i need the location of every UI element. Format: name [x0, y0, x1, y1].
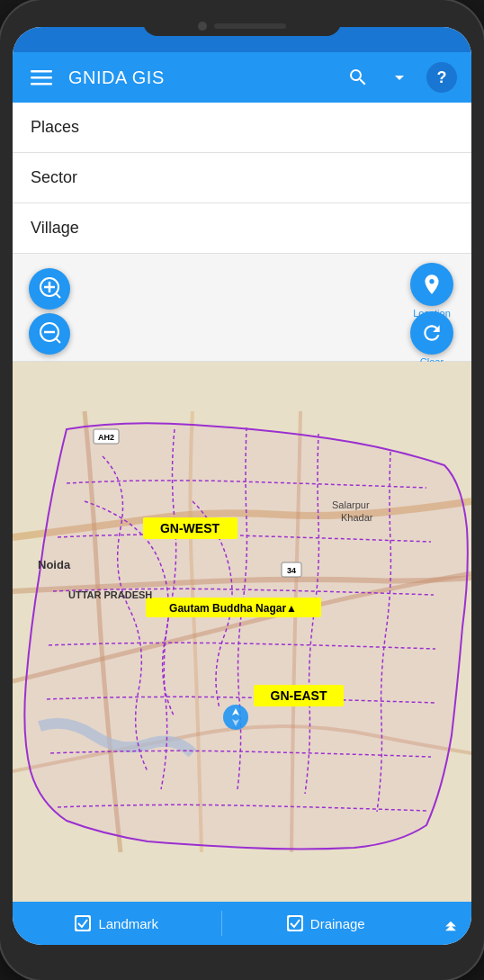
- svg-text:GN-WEST: GN-WEST: [160, 521, 220, 535]
- svg-text:34: 34: [287, 566, 296, 575]
- svg-text:Noida: Noida: [38, 558, 71, 571]
- bottom-bar: Landmark Drainage: [13, 902, 471, 945]
- drainage-checkbox: [287, 915, 303, 931]
- map-area[interactable]: GN-WEST GN-EAST Gautam Buddha Nagar▲ UTT…: [13, 362, 471, 902]
- places-label: Places: [31, 118, 79, 137]
- menu-item-places[interactable]: Places: [13, 103, 471, 153]
- village-label: Village: [31, 219, 79, 238]
- zoom-in-icon: [38, 275, 61, 302]
- help-label: ?: [437, 68, 447, 87]
- dropdown-icon[interactable]: [385, 63, 414, 92]
- drainage-label: Drainage: [310, 916, 365, 931]
- help-button[interactable]: ?: [426, 62, 457, 93]
- drainage-toggle[interactable]: Drainage: [222, 915, 431, 931]
- zoom-out-icon: [38, 320, 61, 347]
- svg-text:UTTAR PRADESH: UTTAR PRADESH: [68, 589, 152, 600]
- menu-item-village[interactable]: Village: [13, 203, 471, 254]
- svg-text:GN-EAST: GN-EAST: [271, 688, 327, 703]
- svg-text:Khadar: Khadar: [341, 512, 373, 523]
- phone-screen: GNIDA GIS ? Places Sector Village: [13, 27, 471, 945]
- app-title: GNIDA GIS: [68, 67, 331, 88]
- svg-line-9: [56, 338, 60, 343]
- camera: [198, 22, 207, 31]
- svg-text:Salarpur: Salarpur: [332, 499, 370, 510]
- landmark-toggle[interactable]: Landmark: [13, 915, 221, 931]
- scroll-up-button[interactable]: [430, 903, 471, 944]
- menu-item-sector[interactable]: Sector: [13, 153, 471, 203]
- clear-icon-btn: [410, 311, 453, 355]
- clear-button[interactable]: Clear: [408, 311, 455, 367]
- map-svg: GN-WEST GN-EAST Gautam Buddha Nagar▲ UTT…: [13, 362, 471, 902]
- speaker: [214, 23, 286, 29]
- location-button[interactable]: Location: [408, 263, 455, 319]
- svg-line-6: [56, 293, 60, 298]
- svg-rect-2: [31, 83, 52, 85]
- location-icon-btn: [410, 263, 453, 306]
- svg-text:Gautam Buddha Nagar▲: Gautam Buddha Nagar▲: [169, 602, 297, 615]
- svg-text:AH2: AH2: [98, 433, 114, 442]
- zoom-out-button[interactable]: [29, 313, 70, 355]
- landmark-label: Landmark: [98, 916, 158, 931]
- sector-label: Sector: [31, 168, 77, 187]
- menu-list: Places Sector Village: [13, 103, 471, 254]
- phone-device: GNIDA GIS ? Places Sector Village: [0, 0, 484, 980]
- svg-rect-0: [31, 70, 52, 73]
- landmark-checkbox: [75, 915, 91, 931]
- phone-notch: [143, 16, 341, 36]
- zoom-in-button[interactable]: [29, 268, 70, 310]
- app-bar: GNIDA GIS ?: [13, 52, 471, 103]
- svg-rect-1: [31, 76, 52, 79]
- menu-icon[interactable]: [27, 63, 56, 92]
- search-icon[interactable]: [344, 63, 372, 92]
- controls-area: Location Clear: [13, 254, 471, 362]
